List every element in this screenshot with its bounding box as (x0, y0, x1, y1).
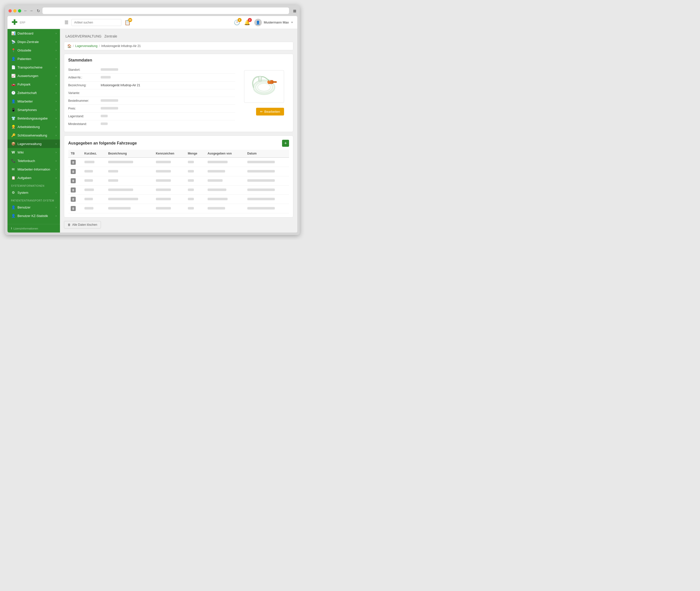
breadcrumb-lager-link[interactable]: Lagerverwaltung (75, 44, 97, 48)
sidebar-item-dashboard[interactable]: 📊Dashboard › (7, 29, 60, 38)
reload-button[interactable]: ↻ (37, 8, 40, 13)
sidebar-item-auswertungen[interactable]: 📈Auswertungen › (7, 71, 60, 80)
sidebar-item-bekleidungsausgabe[interactable]: 👕Bekleidungsausgabe › (7, 114, 60, 123)
traffic-light-green[interactable] (18, 9, 21, 12)
delete-row-button[interactable]: 🗑 (71, 197, 76, 202)
telefon-icon: 📞 (11, 159, 15, 163)
form-row-preis: Preis: (68, 105, 235, 113)
col-datum: Datum (245, 150, 289, 157)
delete-row-button[interactable]: 🗑 (71, 178, 76, 183)
bezeichnung-skeleton (108, 179, 118, 182)
sidebar-item-lagerverwaltung[interactable]: 📦Lagerverwaltung › (7, 139, 60, 148)
sidebar-item-transportscheine[interactable]: 📄Transportscheine › (7, 63, 60, 71)
stammdaten-form: Stammdaten Standort: Artikel-Nr.: (68, 58, 235, 128)
lagerstand-skeleton (101, 115, 108, 117)
variante-label: Variante: (68, 91, 101, 95)
hamburger-menu[interactable]: ☰ (65, 20, 68, 25)
datum-skeleton (247, 198, 275, 200)
bekleidung-icon: 👕 (11, 116, 15, 120)
bell-badge: 2 (248, 18, 252, 22)
search-input[interactable] (71, 19, 122, 26)
bell-icon-badge[interactable]: 🔔 2 (244, 19, 250, 25)
sidebar-footer[interactable]: ℹ Lizenzinformationen (7, 224, 60, 233)
sidebar-item-mitarbeiter[interactable]: 👤Mitarbeiter › (7, 97, 60, 106)
sidebar-item-wiki[interactable]: WWiki › (7, 148, 60, 156)
delete-row-button[interactable]: 🗑 (71, 206, 76, 211)
bestellnummer-label: Bestellnummer: (68, 99, 101, 103)
delete-all-button[interactable]: 🗑 Alle Daten löschen (64, 221, 101, 228)
sidebar-item-system[interactable]: ⚙System › (7, 188, 60, 197)
address-bar[interactable] (43, 7, 289, 14)
user-menu[interactable]: 👤 Mustermann Max ▼ (254, 19, 293, 26)
sidebar-item-smartphones[interactable]: 📱Smartphones › (7, 106, 60, 114)
sidebar-label-bekleidung: Bekleidungsausgabe (17, 117, 48, 120)
lager-icon: 📦 (11, 142, 15, 146)
datum-skeleton (247, 207, 275, 209)
chevron-right-icon-2: › (56, 41, 57, 43)
sidebar-item-arbeitskleidung[interactable]: 👷Arbeitskleidung › (7, 123, 60, 131)
window-button[interactable]: ▦ (293, 9, 296, 13)
fahrzeuge-card: Ausgegeben an folgende Fahrzeuge + TB Ku… (64, 135, 293, 217)
col-kennzeichen: Kennzeichen (153, 150, 185, 157)
standort-label: Standort: (68, 68, 101, 71)
add-fahrzeug-button[interactable]: + (282, 140, 289, 147)
sidebar-label-smartphones: Smartphones (17, 108, 37, 112)
breadcrumb: 🏠 / Lagerverwaltung / Infusionsgerät Inf… (64, 42, 293, 50)
breadcrumb-home-icon: 🏠 (67, 44, 71, 48)
system-icon: ⚙ (11, 191, 15, 195)
breadcrumb-current: Infusionsgerät Infudrop-Air 21 (101, 44, 141, 48)
sidebar-item-benutzer-kz[interactable]: 👤Benutzer KZ-Statistik › (7, 211, 60, 220)
kennzeichen-skeleton (156, 207, 171, 209)
sidebar-label-mitarbeiter: Mitarbeiter (17, 100, 33, 103)
bezeichnung-skeleton (108, 189, 133, 191)
sidebar-item-aufgaben[interactable]: 📋Aufgaben › (7, 174, 60, 182)
sidebar-item-benutzer[interactable]: 👤Benutzer › (7, 203, 60, 211)
chevron-right-icon-11: › (56, 117, 57, 120)
chevron-right-icon-13: › (56, 134, 57, 137)
forward-button[interactable]: → (29, 8, 33, 13)
kennzeichen-skeleton (156, 161, 171, 163)
user-name: Mustermann Max (264, 20, 289, 24)
chevron-right-icon-9: › (56, 100, 57, 103)
form-row-bestellnummer: Bestellnummer: (68, 97, 235, 105)
back-button[interactable]: ← (24, 8, 28, 13)
chevron-right-icon-12: › (56, 126, 57, 128)
sidebar-item-telefonbuch[interactable]: 📞Telefonbuch › (7, 156, 60, 165)
benutzer-kz-icon: 👤 (11, 214, 15, 218)
traffic-light-red[interactable] (8, 9, 12, 12)
clock-icon-badge[interactable]: 🕐 6 (234, 19, 240, 25)
sidebar-item-zeitwirtschaft[interactable]: 🕐Zeitwirtschaft › (7, 88, 60, 97)
delete-row-button[interactable]: 🗑 (71, 169, 76, 174)
sidebar-item-mitarbeiter-information[interactable]: ✉Mitarbeiter-Information › (7, 165, 60, 174)
sidebar-item-dispo-zentrale[interactable]: 📡Dispo-Zentrale › (7, 38, 60, 46)
sidebar-item-fuhrpark[interactable]: 🚗Fuhrpark › (7, 80, 60, 88)
user-avatar: 👤 (254, 19, 262, 26)
sidebar-label-schluessel: Schlüsselverwaltung (17, 133, 47, 137)
sidebar-item-schluesselverwaltung[interactable]: 🔑Schlüsselverwaltung › (7, 131, 60, 139)
table-row: 🗑 (68, 204, 289, 213)
bezeichnung-skeleton (108, 170, 118, 173)
ausgegeben-skeleton (208, 161, 228, 163)
form-row-standort: Standort: (68, 66, 235, 74)
traffic-light-yellow[interactable] (13, 9, 16, 12)
auswertungen-icon: 📈 (11, 74, 15, 78)
zeit-icon: 🕐 (11, 91, 15, 95)
menge-skeleton (188, 170, 194, 173)
bezeichnung-skeleton (108, 161, 133, 163)
edit-button[interactable]: ✏ Bearbeiten (256, 108, 284, 116)
svg-point-2 (257, 83, 270, 91)
delete-row-button[interactable]: 🗑 (71, 188, 76, 193)
breadcrumb-sep-1: / (73, 44, 74, 48)
sidebar-item-patienten[interactable]: 👤Patienten › (7, 55, 60, 63)
sidebar-label-zeit: Zeitwirtschaft (17, 91, 37, 95)
form-row-bezeichnung: Bezeichnung: Infusionsgerät Infudrop-Air… (68, 81, 235, 89)
form-row-mindeststand: Mindeststand: (68, 120, 235, 128)
sidebar-item-ortsstelle[interactable]: 📍Ortsstelle › (7, 46, 60, 55)
datum-skeleton (247, 179, 275, 182)
form-row-variante: Variante: (68, 89, 235, 97)
document-icon-badge[interactable]: 📋 ZE (125, 19, 131, 25)
kennzeichen-skeleton (156, 198, 171, 200)
sidebar-label-info: Mitarbeiter-Information (17, 168, 50, 171)
ausgegeben-skeleton (208, 198, 228, 200)
delete-row-button[interactable]: 🗑 (71, 160, 76, 165)
